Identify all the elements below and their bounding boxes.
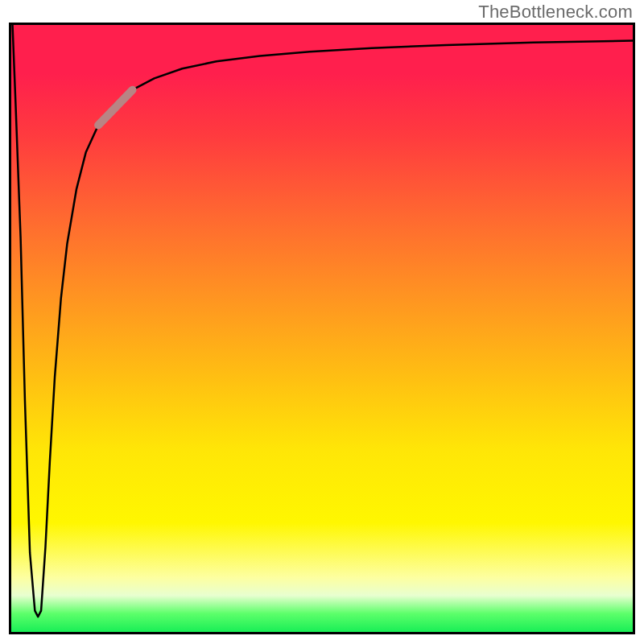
curve-highlight-segment (98, 90, 132, 126)
chart-curve-svg (11, 25, 633, 632)
attribution-text: TheBottleneck.com (478, 2, 633, 23)
chart-plot-area (9, 23, 635, 634)
